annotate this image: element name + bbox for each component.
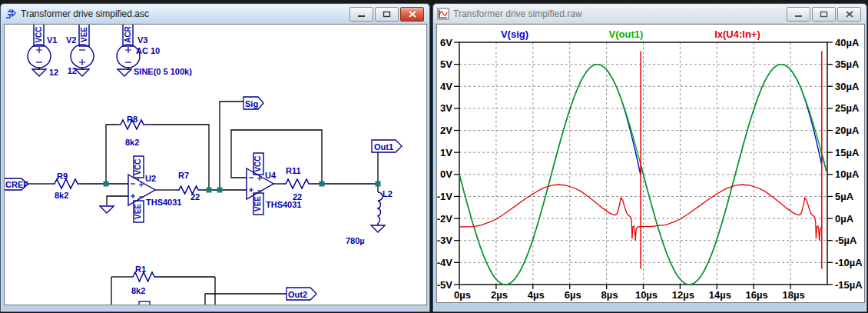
schematic-canvas[interactable]: VCC V1 12 VEE V2 12 ACR <box>4 24 427 305</box>
y-right-tick-label: 5µA <box>835 191 854 202</box>
r1-name[interactable]: R1 <box>135 265 146 274</box>
r9-name[interactable]: R9 <box>57 171 68 181</box>
ground-symbol <box>32 69 46 76</box>
y-right-tick-label: -15µA <box>835 279 863 291</box>
v1-name[interactable]: V1 <box>47 35 57 45</box>
resistor-r11[interactable] <box>283 179 313 188</box>
close-button[interactable] <box>400 7 424 22</box>
port-out1-label[interactable]: Out1 <box>374 142 393 152</box>
restore-button[interactable] <box>375 7 399 22</box>
r8-value[interactable]: 8k2 <box>125 138 139 147</box>
y-right-tick-label: 30µA <box>835 81 860 92</box>
legend-item-V(sig)[interactable]: V(sig) <box>501 28 528 40</box>
x-axis-tick-label: 0µs <box>454 289 471 301</box>
y-left-tick-label: 4V <box>440 81 452 92</box>
y-right-tick-label: 40µA <box>835 37 860 48</box>
r11-name[interactable]: R11 <box>286 166 301 175</box>
u4-vee-label[interactable]: VEE <box>253 196 262 211</box>
net-flag-vee-label[interactable]: VEE <box>80 27 88 42</box>
desktop: { "windows": { "left": { "title": "Trans… <box>0 0 868 313</box>
schematic-window: Transformer drive simpified.asc <box>0 3 430 312</box>
y-right-tick-label: 10µA <box>835 168 860 180</box>
x-axis-tick-label: 16µs <box>746 289 768 301</box>
y-left-tick-label: 0V <box>440 168 452 180</box>
schematic-window-titlebar[interactable]: Transformer drive simpified.asc <box>2 5 429 23</box>
r9-value[interactable]: 8k2 <box>55 191 68 200</box>
legend-item-Ix(U4:In+)[interactable]: Ix(U4:In+) <box>714 28 760 40</box>
x-axis-tick-label: 8µs <box>601 289 618 301</box>
close-icon <box>409 11 416 18</box>
net-flag-vcc-label[interactable]: VCC <box>35 26 43 42</box>
x-axis-tick-label: 2µs <box>491 289 508 301</box>
r7-name[interactable]: R7 <box>178 171 189 180</box>
y-left-tick-label: 6V <box>440 37 452 48</box>
y-right-tick-label: -5µA <box>835 235 857 246</box>
u4-vcc-label[interactable]: VCC <box>253 155 262 171</box>
opamp-u2[interactable] <box>100 156 155 222</box>
y-right-tick-label: 0µA <box>835 213 854 225</box>
plus-mark <box>36 47 42 53</box>
y-left-tick-label: 3V <box>440 102 452 114</box>
waveform-window-titlebar[interactable]: Transformer drive simpified.raw <box>434 5 866 23</box>
y-right-tick-label: 15µA <box>835 147 860 158</box>
schematic-drawing: VCC V1 12 VEE V2 12 ACR <box>5 25 426 305</box>
x-axis-tick-label: 6µs <box>565 289 581 301</box>
minimize-button[interactable] <box>350 7 373 22</box>
noninverting-input-mark <box>249 188 253 192</box>
waveform-plot: 0µs2µs4µs6µs8µs10µs12µs14µs16µs18µs6V5V4… <box>437 25 864 302</box>
port-sig-label[interactable]: Sig <box>245 99 258 108</box>
y-right-tick-label: 25µA <box>835 102 860 114</box>
y-right-tick-label: 20µA <box>835 125 860 136</box>
ltspice-waveform-icon <box>437 8 449 20</box>
r8-name[interactable]: R8 <box>127 115 137 124</box>
x-axis-tick-label: 18µs <box>783 289 805 301</box>
schematic-window-title: Transformer drive simpified.asc <box>21 8 350 19</box>
port-cref-label[interactable]: CREF <box>5 180 28 189</box>
l2-value[interactable]: 780µ <box>346 236 365 245</box>
minimize-button[interactable] <box>787 7 810 22</box>
ground-symbol <box>371 225 385 232</box>
legend-item-V(out1)[interactable]: V(out1) <box>609 28 644 40</box>
y-right-tick-label: 35µA <box>835 58 860 70</box>
v3-value2[interactable]: SINE(0 5 100k) <box>134 67 192 76</box>
v3-value1[interactable]: AC 10 <box>136 46 160 55</box>
restore-button[interactable] <box>812 7 836 22</box>
v2-value[interactable]: 12 <box>68 66 77 75</box>
close-button[interactable] <box>837 7 861 22</box>
close-icon <box>846 11 853 18</box>
u2-name[interactable]: U2 <box>145 174 156 183</box>
port-out2-label[interactable]: Out2 <box>288 290 307 299</box>
y-left-tick-label: -1V <box>437 191 452 202</box>
y-right-tick-label: -10µA <box>835 257 863 268</box>
net-flag-acr-label[interactable]: ACR <box>124 25 132 42</box>
waveform-window: Transformer drive simpified.raw 0µs2µs4µ… <box>432 3 867 312</box>
plus-mark <box>125 47 131 53</box>
minimize-icon <box>794 11 803 18</box>
minimize-icon <box>357 11 366 18</box>
u2-part[interactable]: THS4031 <box>146 198 181 207</box>
wires[interactable] <box>28 68 378 305</box>
y-left-tick-label: -3V <box>437 235 452 246</box>
v2-name[interactable]: V2 <box>66 35 76 45</box>
ltspice-schematic-icon <box>5 8 17 20</box>
u2-vcc-label[interactable]: VCC <box>134 158 142 175</box>
l2-name[interactable]: L2 <box>383 189 393 198</box>
r1-value[interactable]: 8k2 <box>131 286 145 295</box>
y-left-tick-label: 2V <box>440 125 452 136</box>
clipped-component-stub[interactable] <box>139 301 150 305</box>
x-axis-tick-label: 4µs <box>528 289 545 301</box>
y-left-tick-label: -2V <box>437 213 452 225</box>
v3-name[interactable]: V3 <box>137 35 147 45</box>
u2-vee-label[interactable]: VEE <box>134 204 142 219</box>
r7-value[interactable]: 22 <box>190 192 200 201</box>
y-left-tick-label: -5V <box>437 279 452 291</box>
y-left-tick-label: 1V <box>440 147 452 158</box>
u4-part[interactable]: THS4031 <box>266 200 301 209</box>
plot-panel[interactable]: 0µs2µs4µs6µs8µs10µs12µs14µs16µs18µs6V5V4… <box>436 24 865 303</box>
restore-icon <box>820 11 828 18</box>
v1-value[interactable]: 12 <box>49 68 58 77</box>
u4-name[interactable]: U4 <box>265 171 277 180</box>
ground-symbol <box>100 206 114 213</box>
y-left-tick-label: 5V <box>440 58 452 70</box>
waveform-window-title: Transformer drive simpified.raw <box>453 8 787 19</box>
